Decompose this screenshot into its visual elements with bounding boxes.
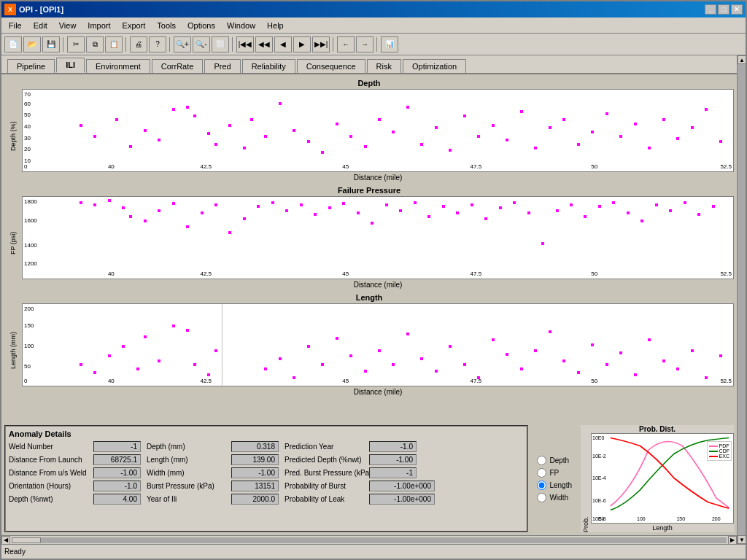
- forward-button[interactable]: →: [356, 36, 374, 52]
- pred-burst-label: Pred. Burst Pressure (kPa): [285, 469, 365, 477]
- radio-length[interactable]: Length: [537, 481, 572, 490]
- menu-edit[interactable]: Edit: [28, 20, 53, 31]
- tab-optimization[interactable]: Optimization: [403, 59, 466, 73]
- hscroll-right[interactable]: ▶: [728, 536, 737, 545]
- depth-ylabel: Depth (%): [4, 89, 22, 183]
- tab-consequence[interactable]: Consequence: [297, 59, 365, 73]
- menu-file[interactable]: File: [3, 20, 28, 31]
- nav-next-button[interactable]: ▶: [293, 36, 311, 52]
- depth-chart-plot[interactable]: 70 60 50 40 30 20 10 0 40 42.5: [22, 89, 734, 172]
- fp-chart-plot[interactable]: 1800 1600 1400 1200 40 42.5 45 47.5 50 5…: [22, 196, 734, 279]
- fp-ylabel: FP (psi): [4, 196, 22, 290]
- print-button[interactable]: 🖨: [130, 36, 147, 52]
- field-burst-pressure: Burst Pressure (kPa) 13151: [147, 481, 279, 491]
- radio-depth-input[interactable]: [537, 456, 546, 465]
- vscroll-up[interactable]: ▲: [738, 55, 746, 64]
- anomaly-details-box: Anomaly Details Weld Number -1 Distance …: [4, 425, 528, 532]
- menu-export[interactable]: Export: [117, 20, 152, 31]
- field-depth-mm: Depth (mm) 0.318: [147, 441, 279, 452]
- copy-button[interactable]: ⧉: [86, 36, 104, 52]
- app-icon: X: [4, 4, 16, 15]
- zoom-in-button[interactable]: 🔍+: [174, 36, 191, 52]
- radio-width-input[interactable]: [537, 493, 546, 502]
- help-button[interactable]: ?: [149, 36, 166, 52]
- legend-exc-label: EXC: [719, 454, 729, 459]
- tab-pred[interactable]: Pred: [204, 59, 240, 73]
- chart-button[interactable]: 📊: [381, 36, 398, 52]
- hscroll-left[interactable]: ◀: [1, 536, 10, 545]
- cut-button[interactable]: ✂: [67, 36, 85, 52]
- main-area: Pipeline ILI Environment CorrRate Pred R…: [1, 55, 737, 544]
- length-chart-container: Length Length (mm) 200 150 100 50 0: [4, 292, 734, 397]
- paste-button[interactable]: 📋: [105, 36, 123, 52]
- radio-depth[interactable]: Depth: [537, 456, 572, 465]
- menu-view[interactable]: View: [53, 20, 82, 31]
- burst-pressure-label: Burst Pressure (kPa): [147, 482, 227, 490]
- fp-chart-container: Failure Pressure FP (psi) 1800 1600 1400…: [4, 184, 734, 290]
- minimize-button[interactable]: _: [705, 4, 716, 15]
- title-bar: X OPI - [OPI1] _ □ ✕: [1, 1, 746, 18]
- close-button[interactable]: ✕: [731, 4, 743, 15]
- anomaly-col1: Weld Number -1 Distance From Launch 6872…: [9, 441, 141, 505]
- radio-fp[interactable]: FP: [537, 468, 572, 478]
- zoom-out-button[interactable]: 🔍-: [193, 36, 210, 52]
- hscroll-thumb[interactable]: [12, 537, 41, 543]
- nav-prev-fast-button[interactable]: ◀◀: [255, 36, 273, 52]
- vscroll-down[interactable]: ▼: [738, 535, 746, 544]
- radio-depth-label[interactable]: Depth: [549, 456, 569, 464]
- anomaly-cols: Weld Number -1 Distance From Launch 6872…: [9, 441, 524, 505]
- radio-length-input[interactable]: [537, 481, 546, 490]
- length-ylabel: Length (mm): [4, 303, 22, 397]
- radio-width[interactable]: Width: [537, 493, 572, 502]
- prob-dist-title: Prob. Dist.: [581, 425, 734, 433]
- tab-reliability[interactable]: Reliability: [242, 59, 295, 73]
- back-button[interactable]: ←: [337, 36, 355, 52]
- zoom-rect-button[interactable]: ⬜: [212, 36, 229, 52]
- menu-help[interactable]: Help: [261, 20, 290, 31]
- field-width-mm: Width (mm) -1.00: [147, 467, 279, 478]
- hscroll-track[interactable]: [12, 537, 727, 543]
- depth-mm-value: 0.318: [231, 441, 279, 452]
- toolbar-sep3: [169, 37, 171, 52]
- menu-import[interactable]: Import: [82, 20, 116, 31]
- depth-chart-container: Depth Depth (%) 70 60 50 40: [4, 77, 734, 183]
- field-year-ili: Year of Ili 2000.0: [147, 494, 279, 505]
- radio-fp-label[interactable]: FP: [549, 469, 559, 477]
- field-pred-year: Prediction Year -1.0: [285, 441, 435, 452]
- dist-launch-label: Distance From Launch: [9, 456, 89, 464]
- nav-next-fast-button[interactable]: ▶▶|: [312, 36, 330, 52]
- anomaly-details-title: Anomaly Details: [9, 429, 524, 438]
- radio-fp-input[interactable]: [537, 468, 546, 478]
- toolbar-sep4: [232, 37, 233, 52]
- pred-depth-label: Predicted Depth (%nwt): [285, 456, 365, 464]
- depth-chart-inner: Depth (%) 70 60 50 40 30 20 10: [4, 89, 734, 183]
- depth-xlabel: Distance (mile): [22, 172, 734, 183]
- tab-corrrate[interactable]: CorrRate: [152, 59, 204, 73]
- length-chart-plot[interactable]: 200 150 100 50 0 40 42.5 45 47.5 50 52.5: [22, 303, 734, 386]
- depth-mm-label: Depth (mm): [147, 443, 227, 451]
- restore-button[interactable]: □: [718, 4, 729, 15]
- tab-risk[interactable]: Risk: [367, 59, 401, 73]
- nav-first-button[interactable]: |◀◀: [236, 36, 254, 52]
- charts-area: Depth Depth (%) 70 60 50 40: [1, 74, 737, 422]
- menu-window[interactable]: Window: [221, 20, 261, 31]
- radio-width-label[interactable]: Width: [549, 494, 568, 502]
- menu-options[interactable]: Options: [182, 20, 221, 31]
- radio-length-label[interactable]: Length: [549, 481, 572, 489]
- new-button[interactable]: 📄: [4, 36, 22, 52]
- prob-plot[interactable]: 10E0 10E-2 10E-4 10E-6 10E-8 50 100 150 …: [591, 433, 734, 524]
- vscroll-track[interactable]: [738, 64, 746, 535]
- tab-pipeline[interactable]: Pipeline: [7, 59, 55, 73]
- width-mm-value: -1.00: [231, 467, 279, 478]
- open-button[interactable]: 📂: [23, 36, 41, 52]
- tab-environment[interactable]: Environment: [86, 59, 150, 73]
- tab-strip: Pipeline ILI Environment CorrRate Pred R…: [1, 55, 737, 74]
- field-pred-burst: Pred. Burst Pressure (kPa) -1: [285, 467, 435, 478]
- vscrollbar: ▲ ▼: [737, 55, 746, 544]
- weld-number-label: Weld Number: [9, 443, 89, 451]
- tab-ili[interactable]: ILI: [56, 58, 85, 73]
- nav-prev-button[interactable]: ◀: [274, 36, 292, 52]
- save-button[interactable]: 💾: [42, 36, 60, 52]
- menu-tools[interactable]: Tools: [151, 20, 182, 31]
- orientation-label: Orientation (Hours): [9, 482, 89, 490]
